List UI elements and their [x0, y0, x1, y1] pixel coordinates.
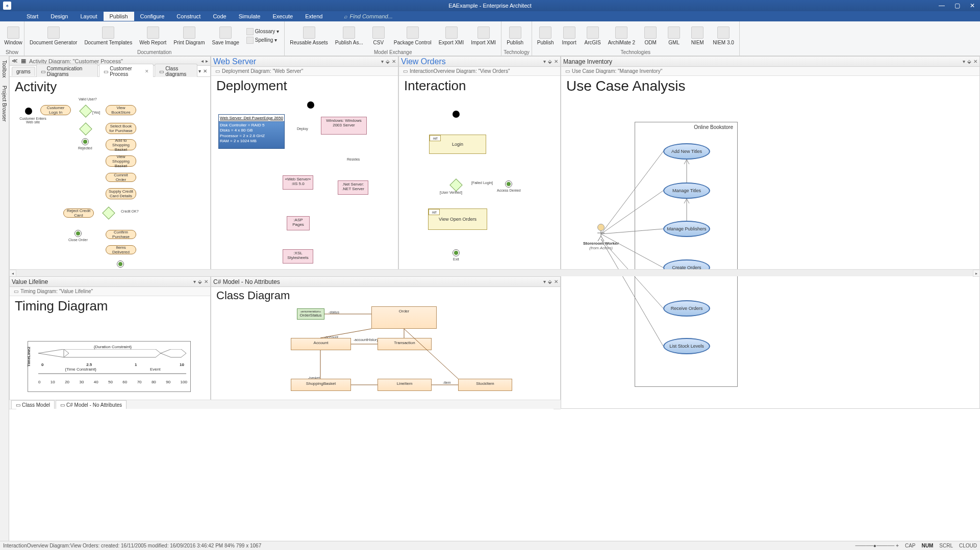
- class-canvas[interactable]: Class Diagram «enumeration» OrderStatus …: [211, 287, 560, 399]
- ribbon-web-report[interactable]: Web Report: [136, 25, 169, 46]
- tab-class-model[interactable]: ▭Class Model: [11, 400, 55, 409]
- menu-design[interactable]: Design: [44, 12, 74, 21]
- node-rejectcc[interactable]: Reject Credit Card: [63, 208, 94, 218]
- tab-communication[interactable]: ▭Communication Diagrams: [36, 64, 98, 78]
- dropdown-icon[interactable]: ▾: [193, 279, 196, 284]
- close-pane-icon[interactable]: ✕: [204, 279, 208, 284]
- menu-configure[interactable]: Configure: [134, 12, 171, 21]
- menu-execute[interactable]: Execute: [266, 12, 299, 21]
- timing-canvas[interactable]: Timing Diagram TimeLine2 {Duration Const…: [10, 296, 210, 408]
- close-pane-icon[interactable]: ✕: [973, 59, 977, 64]
- pin-icon[interactable]: ⬙: [548, 59, 552, 64]
- final-access[interactable]: [505, 180, 512, 188]
- interaction-canvas[interactable]: Interaction refLogin [User Verified] [Fa…: [399, 76, 560, 276]
- node-items[interactable]: Items Delivered: [106, 245, 136, 254]
- dep-asp[interactable]: :ASP Pages: [287, 216, 310, 230]
- tab-grams[interactable]: grams: [12, 67, 35, 76]
- node-commit[interactable]: Commit Order: [106, 173, 136, 182]
- pin-icon[interactable]: ⬙: [548, 279, 552, 284]
- tab-class-diagrams[interactable]: ▭Class diagrams: [155, 64, 197, 78]
- usecase-scroll[interactable]: ◂▸: [9, 269, 980, 276]
- decision-valid[interactable]: [79, 104, 92, 117]
- timeline-frame[interactable]: TimeLine2 {Duration Constraint} 0 2.5 1 …: [28, 341, 191, 392]
- menu-extend[interactable]: Extend: [299, 12, 329, 21]
- ribbon-tech-import[interactable]: Import: [558, 25, 581, 46]
- project-browser-tab[interactable]: Project Browser: [1, 84, 8, 124]
- ribbon-package-control[interactable]: Package Control: [391, 25, 435, 46]
- ribbon-odm[interactable]: ODM: [639, 25, 662, 46]
- toolbox-icon[interactable]: ▦: [21, 58, 26, 64]
- ribbon-export-xmi[interactable]: Export XMI: [436, 25, 467, 46]
- toolbox-tab[interactable]: Toolbox: [1, 58, 8, 80]
- dep-server[interactable]: Web Server: Dell PowerEdge 2650 Disk Con…: [218, 114, 285, 149]
- menu-simulate[interactable]: Simulate: [233, 12, 267, 21]
- close-pane-icon[interactable]: ✕: [554, 279, 558, 284]
- decision-login[interactable]: [449, 178, 462, 191]
- close-button[interactable]: ✕: [965, 0, 980, 11]
- menu-publish[interactable]: Publish: [104, 12, 134, 21]
- close-pane-icon[interactable]: ✕: [392, 59, 396, 64]
- node-add[interactable]: Add to Shopping Basket: [106, 139, 136, 150]
- ribbon-print-diagram[interactable]: Print Diagram: [170, 25, 208, 46]
- ribbon-publish-as[interactable]: Publish As...: [332, 25, 366, 46]
- final-complete[interactable]: [117, 260, 124, 268]
- ribbon-window-button[interactable]: Window: [2, 25, 24, 46]
- dropdown-icon[interactable]: ▾: [963, 59, 965, 64]
- pin-icon[interactable]: ⬙: [386, 59, 390, 64]
- ribbon-reusable-assets[interactable]: Reusable Assets: [287, 25, 331, 46]
- ribbon-glossary[interactable]: Glossary ▾: [245, 28, 280, 36]
- tab-csharp-model[interactable]: ▭C# Model - No Attributes: [56, 400, 127, 409]
- find-command[interactable]: ⌕ Find Command...: [344, 13, 392, 19]
- dep-xsl[interactable]: :XSL Stylesheets: [283, 249, 313, 264]
- maximize-button[interactable]: ▢: [949, 0, 965, 11]
- pin-icon[interactable]: ⬙: [198, 279, 202, 284]
- ribbon-gml[interactable]: GML: [663, 25, 685, 46]
- tab-menu-icon[interactable]: ▾: [198, 68, 201, 74]
- close-tab-icon[interactable]: ✕: [145, 69, 149, 74]
- activity-canvas[interactable]: Activity Customer Logs In Valid User? [Y…: [10, 77, 210, 276]
- ribbon-tech-publish[interactable]: Publish: [534, 25, 557, 46]
- zoom-slider[interactable]: ─────●───── +: [855, 543, 899, 548]
- frame-vieworders[interactable]: refView Open Orders: [428, 208, 487, 230]
- node-supplycc[interactable]: Supply Credit Card Details: [106, 188, 136, 199]
- decision-reject[interactable]: [79, 122, 92, 135]
- close-pane-icon[interactable]: ✕: [554, 59, 558, 64]
- node-confirm[interactable]: Confirm Purchase: [106, 230, 136, 239]
- int-initial[interactable]: [453, 111, 460, 118]
- nav-back-icon[interactable]: ≪: [12, 58, 18, 64]
- breadcrumb[interactable]: Activity Diagram: "Customer Process": [29, 58, 123, 64]
- ribbon-csv[interactable]: CSV: [367, 25, 390, 46]
- decision-credit[interactable]: [102, 206, 115, 219]
- nav-right-icon[interactable]: ▸: [206, 58, 208, 64]
- ribbon-doc-templates[interactable]: Document Templates: [81, 25, 135, 46]
- ribbon-doc-generator[interactable]: Document Generator: [27, 25, 80, 46]
- dep-net[interactable]: .Net Server: .NET Server: [338, 180, 368, 195]
- node-viewbasket[interactable]: View Shopping Basket: [106, 155, 136, 167]
- node-login[interactable]: Customer Logs In: [40, 105, 71, 115]
- nav-left-icon[interactable]: ◂: [201, 58, 204, 64]
- pin-icon[interactable]: ⬙: [967, 59, 971, 64]
- ribbon-import-xmi[interactable]: Import XMI: [468, 25, 499, 46]
- dropdown-icon[interactable]: ▾: [543, 279, 546, 284]
- initial-node[interactable]: [25, 108, 32, 115]
- ribbon-niem[interactable]: NIEM: [686, 25, 709, 46]
- dep-iis[interactable]: «Web Server» :IIS 5.0: [283, 175, 313, 190]
- node-view[interactable]: View BookStore: [106, 105, 136, 115]
- minimize-button[interactable]: —: [934, 0, 949, 11]
- ribbon-niem3[interactable]: NIEM 3.0: [710, 25, 737, 46]
- tab-customer-process[interactable]: ▭Customer Process✕: [99, 64, 154, 78]
- dropdown-icon[interactable]: ▾: [381, 59, 384, 64]
- deployment-canvas[interactable]: Deployment Web Server: Dell PowerEdge 26…: [211, 76, 398, 276]
- menu-construct[interactable]: Construct: [170, 12, 207, 21]
- ribbon-arcgis[interactable]: ArcGIS: [582, 25, 604, 46]
- menu-layout[interactable]: Layout: [74, 12, 103, 21]
- menu-code[interactable]: Code: [207, 12, 232, 21]
- dep-initial[interactable]: [307, 101, 314, 109]
- ribbon-save-image[interactable]: Save Image: [209, 25, 242, 46]
- menu-start[interactable]: Start: [20, 12, 44, 21]
- ribbon-archimate[interactable]: ArchiMate 2: [605, 25, 638, 46]
- frame-login[interactable]: refLogin: [429, 135, 486, 154]
- ribbon-publish-tech[interactable]: Publish: [504, 25, 526, 46]
- usecase-canvas[interactable]: Use Case Analysis Online Bookstore Store…: [561, 76, 979, 408]
- ribbon-spelling[interactable]: Spelling ▾: [245, 36, 280, 44]
